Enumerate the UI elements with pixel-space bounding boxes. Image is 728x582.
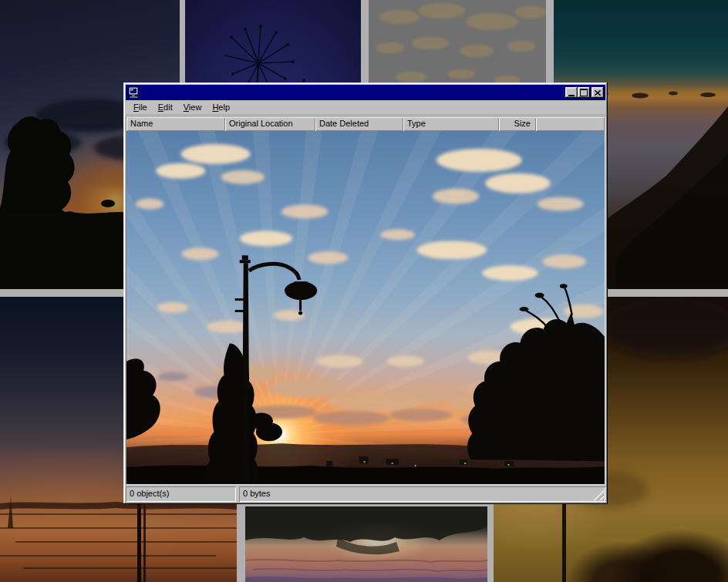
maximize-button[interactable] xyxy=(578,87,590,98)
menu-file[interactable]: File xyxy=(128,100,153,115)
computer-icon[interactable] xyxy=(128,86,140,99)
menu-help[interactable]: Help xyxy=(207,100,235,115)
status-object-count: 0 object(s) xyxy=(126,486,236,502)
column-header-name[interactable]: Name xyxy=(126,117,225,131)
minimize-button[interactable] xyxy=(565,87,578,98)
column-header-size[interactable]: Size xyxy=(499,117,536,131)
recycle-bin-window: File Edit View Help Name Original Locati… xyxy=(123,82,608,504)
menu-view[interactable]: View xyxy=(178,100,207,115)
close-button[interactable] xyxy=(592,87,604,98)
column-header-filler[interactable] xyxy=(536,117,605,131)
status-bar: 0 object(s) 0 bytes xyxy=(126,486,605,502)
status-size: 0 bytes xyxy=(239,486,605,502)
file-list-area[interactable] xyxy=(126,131,605,484)
menu-edit[interactable]: Edit xyxy=(153,100,178,115)
menu-bar: File Edit View Help xyxy=(126,100,605,115)
wallpaper-photo-reflection xyxy=(245,506,487,582)
desktop: { "desktop": { "background_gap_color": "… xyxy=(0,0,728,582)
title-bar[interactable] xyxy=(126,85,605,100)
streetlamp-and-trees-silhouette xyxy=(126,131,605,484)
column-header-date-deleted[interactable]: Date Deleted xyxy=(315,117,403,131)
minimize-icon xyxy=(568,95,575,96)
file-list-frame: Name Original Location Date Deleted Type… xyxy=(126,116,605,485)
column-header-row: Name Original Location Date Deleted Type… xyxy=(126,117,605,131)
tree-reflection-silhouette xyxy=(245,506,487,582)
maximize-icon xyxy=(580,89,588,96)
column-header-type[interactable]: Type xyxy=(403,117,499,131)
close-icon xyxy=(595,90,601,96)
column-header-original-location[interactable]: Original Location xyxy=(225,117,315,131)
